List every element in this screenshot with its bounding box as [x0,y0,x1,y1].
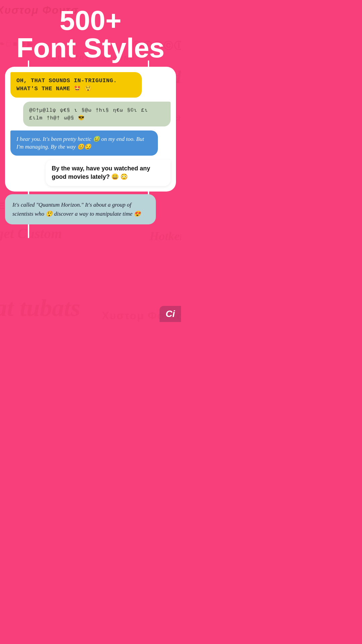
chat-bubble-2: @©†µ@llψ ψ€§ ι §@ω †hι§ η€ω §©ι £ι £ιlm … [23,102,171,126]
corner-ci-badge: Ci [160,306,181,322]
chat-bubble-4: By the way, have you watched any good mo… [46,160,171,186]
chat-bubble-1: OH, THAT SOUNDS IN-TRIGUING. WHAT'S THE … [10,72,142,98]
bg-bottom-big-text: at tubats [0,294,80,322]
bg-custom-text: get Custom [0,225,62,241]
chat-container: OH, THAT SOUNDS IN-TRIGUING. WHAT'S THE … [5,67,176,192]
main-title-section: 500+ Font Styles [0,0,181,65]
chat-bubble-5-text: It's called "Quantum Horizon." It's abou… [12,202,141,217]
bg-hotker-text: Hotker [149,229,181,243]
chat-bubble-1-text: OH, THAT SOUNDS IN-TRIGUING. WHAT'S THE … [16,77,117,92]
font-count-title: 500+ Font Styles [7,7,174,62]
chat-bubble-2-text: @©†µ@llψ ψ€§ ι §@ω †hι§ η€ω §©ι £ι £ιlm … [29,108,148,121]
chat-bubble-5: It's called "Quantum Horizon." It's abou… [5,194,156,224]
chat-bubble-3-text: I hear you. It's been pretty hectic 🤢 on… [16,136,144,150]
chat-bubble-3: I hear you. It's been pretty hectic 🤢 on… [10,130,158,156]
chat-bubble-4-text: By the way, have you watched any good mo… [52,165,150,180]
